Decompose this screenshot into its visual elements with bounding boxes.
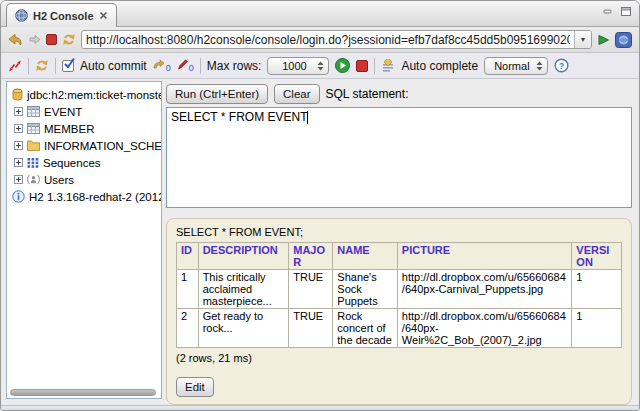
database-tree-panel: jdbc:h2:mem:ticket-monster EVENT MEMBE bbox=[6, 81, 162, 399]
max-rows-select[interactable]: 1000 bbox=[267, 57, 329, 75]
clear-button[interactable]: Clear bbox=[274, 84, 319, 104]
expand-plus-icon[interactable] bbox=[14, 175, 23, 184]
cell-version: 1 bbox=[572, 270, 622, 309]
database-icon bbox=[12, 88, 23, 101]
tree-item-label: Users bbox=[44, 174, 74, 186]
url-field: ▼ bbox=[81, 30, 592, 49]
stepper-arrows-icon bbox=[317, 61, 324, 71]
cell-picture: http://dl.dropbox.com/u/65660684/640px-C… bbox=[397, 270, 571, 309]
column-header-id[interactable]: ID bbox=[177, 243, 199, 270]
minimize-icon[interactable] bbox=[603, 7, 613, 16]
sql-text: SELECT * FROM EVENT bbox=[171, 110, 307, 124]
query-area: Run (Ctrl+Enter) Clear SQL statement: SE… bbox=[166, 81, 632, 405]
sql-input-area[interactable]: SELECT * FROM EVENT bbox=[166, 107, 632, 208]
tree-item-event[interactable]: EVENT bbox=[12, 103, 161, 120]
h2-toolbar: Auto commit 0 0 Max rows: 1000 Auto comp… bbox=[1, 53, 639, 79]
tree-item-label: INFORMATION_SCHEMA bbox=[44, 140, 162, 152]
column-header-name[interactable]: NAME bbox=[333, 243, 398, 270]
close-icon[interactable] bbox=[99, 11, 108, 20]
commit-icon[interactable]: 0 bbox=[153, 59, 171, 73]
tree-item-version-info: H2 1.3.168-redhat-2 (2012-07-13 bbox=[12, 188, 161, 205]
cell-id: 1 bbox=[177, 270, 199, 309]
cell-description: Get ready to rock... bbox=[198, 309, 289, 348]
tree-horizontal-scrollbar[interactable] bbox=[10, 389, 156, 396]
folder-icon bbox=[27, 140, 40, 151]
row-count-status: (2 rows, 21 ms) bbox=[176, 352, 622, 364]
column-header-picture[interactable]: PICTURE bbox=[397, 243, 571, 270]
expand-plus-icon[interactable] bbox=[14, 141, 23, 150]
table-icon bbox=[27, 106, 40, 117]
info-icon bbox=[12, 190, 25, 203]
refresh-tables-icon[interactable] bbox=[35, 59, 49, 72]
table-row: 2 Get ready to rock... TRUE Rock concert… bbox=[177, 309, 622, 348]
cell-major: TRUE bbox=[289, 270, 333, 309]
svg-text:?: ? bbox=[558, 61, 564, 71]
rollback-icon[interactable]: 0 bbox=[177, 59, 194, 73]
expand-plus-icon[interactable] bbox=[14, 107, 23, 116]
globe-icon bbox=[15, 9, 28, 22]
max-rows-label: Max rows: bbox=[207, 59, 262, 73]
tree-item-label: EVENT bbox=[44, 106, 82, 118]
cell-description: This critically acclaimed masterpiece... bbox=[198, 270, 289, 309]
stop-icon[interactable] bbox=[46, 34, 57, 45]
run-button[interactable]: Run (Ctrl+Enter) bbox=[166, 84, 268, 104]
auto-commit-label: Auto commit bbox=[80, 59, 147, 73]
help-icon[interactable]: ? bbox=[554, 58, 569, 73]
cell-version: 1 bbox=[572, 309, 622, 348]
column-header-version[interactable]: VERSION bbox=[572, 243, 622, 270]
view-tab-bar: H2 Console bbox=[1, 1, 639, 27]
cell-name: Rock concert of the decade bbox=[333, 309, 398, 348]
table-icon bbox=[27, 123, 40, 134]
results-header-row: ID DESCRIPTION MAJOR NAME PICTURE VERSIO… bbox=[177, 243, 622, 270]
expand-plus-icon[interactable] bbox=[14, 158, 23, 167]
content-area: jdbc:h2:mem:ticket-monster EVENT MEMBE bbox=[1, 79, 639, 405]
sql-statement-label: SQL statement: bbox=[326, 87, 409, 101]
tab-title: H2 Console bbox=[33, 10, 94, 22]
users-icon bbox=[27, 174, 40, 185]
disconnect-icon[interactable] bbox=[8, 60, 22, 72]
auto-commit-checkbox[interactable] bbox=[62, 60, 74, 72]
tree-item-information-schema[interactable]: INFORMATION_SCHEMA bbox=[12, 137, 161, 154]
table-row: 1 This critically acclaimed masterpiece.… bbox=[177, 270, 622, 309]
results-panel: SELECT * FROM EVENT; ID DESCRIPTION MAJO… bbox=[166, 218, 632, 405]
tree-root-database[interactable]: jdbc:h2:mem:ticket-monster bbox=[12, 86, 161, 103]
url-input[interactable] bbox=[82, 31, 574, 48]
forward-icon[interactable] bbox=[28, 34, 41, 45]
executed-statement-label: SELECT * FROM EVENT; bbox=[176, 226, 622, 238]
tree-item-users[interactable]: Users bbox=[12, 171, 161, 188]
run-icon[interactable] bbox=[335, 58, 350, 73]
tree-item-label: MEMBER bbox=[44, 123, 94, 135]
refresh-icon[interactable] bbox=[62, 33, 76, 46]
h2-version-label: H2 1.3.168-redhat-2 (2012-07-13 bbox=[29, 191, 162, 203]
cell-picture: http://dl.dropbox.com/u/65660684/640px-W… bbox=[397, 309, 571, 348]
browser-navigation-bar: ▼ bbox=[1, 27, 639, 53]
go-icon[interactable] bbox=[597, 34, 610, 46]
auto-complete-label: Auto complete bbox=[401, 59, 478, 73]
back-icon[interactable] bbox=[8, 33, 23, 46]
tree-item-member[interactable]: MEMBER bbox=[12, 120, 161, 137]
window-bottom-edge bbox=[1, 405, 639, 411]
sequences-icon bbox=[27, 157, 39, 168]
cancel-statement-icon[interactable] bbox=[356, 60, 368, 72]
results-table: ID DESCRIPTION MAJOR NAME PICTURE VERSIO… bbox=[176, 242, 622, 348]
url-history-dropdown[interactable]: ▼ bbox=[574, 31, 591, 48]
cell-id: 2 bbox=[177, 309, 199, 348]
cell-major: TRUE bbox=[289, 309, 333, 348]
column-header-major[interactable]: MAJOR bbox=[289, 243, 333, 270]
tree-root-label: jdbc:h2:mem:ticket-monster bbox=[27, 89, 162, 101]
h2-console-window: H2 Console ▼ bbox=[0, 0, 640, 411]
open-external-browser-icon[interactable] bbox=[615, 32, 632, 48]
expand-plus-icon[interactable] bbox=[14, 124, 23, 133]
query-toolbar: Run (Ctrl+Enter) Clear SQL statement: bbox=[166, 83, 632, 105]
maximize-icon[interactable] bbox=[621, 7, 631, 16]
text-caret bbox=[307, 111, 308, 124]
tree-item-sequences[interactable]: Sequences bbox=[12, 154, 161, 171]
auto-complete-icon[interactable] bbox=[381, 59, 395, 73]
column-header-description[interactable]: DESCRIPTION bbox=[198, 243, 289, 270]
cell-name: Shane's Sock Puppets bbox=[333, 270, 398, 309]
tree-item-label: Sequences bbox=[43, 157, 101, 169]
auto-complete-select[interactable]: Normal bbox=[484, 57, 547, 75]
tab-h2-console[interactable]: H2 Console bbox=[6, 3, 117, 27]
stepper-arrows-icon bbox=[536, 61, 543, 71]
edit-button[interactable]: Edit bbox=[176, 377, 214, 397]
